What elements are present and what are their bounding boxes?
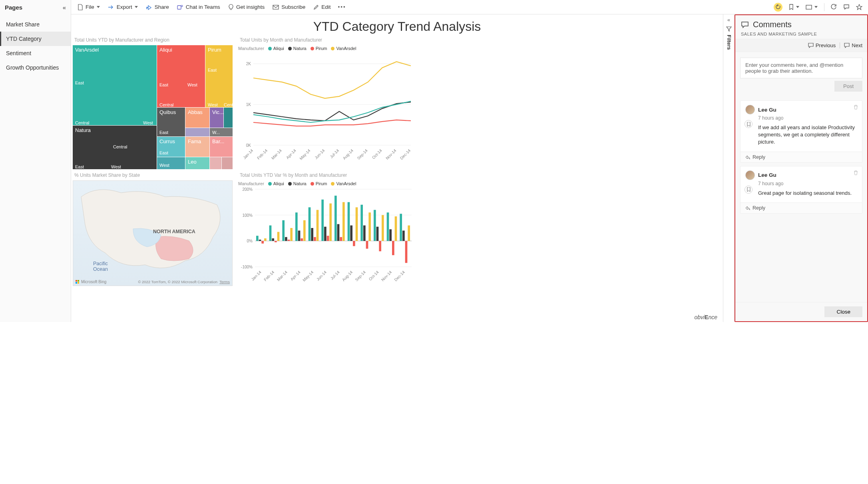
- svg-rect-88: [395, 216, 397, 241]
- treemap-cell[interactable]: QuibusEast: [157, 108, 185, 136]
- brand-label: obviEnce: [694, 314, 717, 320]
- file-menu[interactable]: File: [74, 2, 103, 12]
- treemap-cell[interactable]: Vic...: [210, 108, 223, 128]
- line-chart-visual[interactable]: Total Units by Month and Manufacturer Ma…: [238, 36, 418, 168]
- previous-comment-button[interactable]: Previous: [808, 42, 836, 48]
- reset-icon: [775, 4, 781, 10]
- page-tab-sentiment[interactable]: Sentiment: [0, 46, 71, 60]
- svg-rect-71: [350, 226, 352, 241]
- chat-label: Chat in Teams: [186, 4, 220, 10]
- svg-rect-45: [282, 220, 285, 241]
- reply-button[interactable]: Reply: [741, 202, 862, 213]
- legend-item-pirum[interactable]: Pirum: [311, 181, 327, 186]
- bookmark-menu[interactable]: [786, 2, 802, 12]
- map-terms-link[interactable]: Terms: [219, 280, 230, 284]
- legend-item-aliqui[interactable]: Aliqui: [268, 46, 284, 51]
- share-button[interactable]: Share: [143, 2, 172, 12]
- refresh-icon: [831, 4, 837, 10]
- svg-text:May-14: May-14: [302, 270, 315, 282]
- treemap-cell[interactable]: [185, 128, 209, 136]
- favorite-button[interactable]: [854, 2, 865, 12]
- expand-filters-icon: «: [727, 17, 730, 23]
- post-comment-button[interactable]: Post: [834, 81, 862, 92]
- reply-button[interactable]: Reply: [741, 152, 862, 162]
- reset-button[interactable]: [771, 1, 785, 13]
- treemap-cell[interactable]: Aliqui: [157, 45, 205, 107]
- delete-comment-button[interactable]: [854, 105, 858, 111]
- svg-rect-78: [368, 212, 371, 241]
- collapse-sidebar-icon[interactable]: «: [63, 4, 66, 11]
- treemap-cell[interactable]: Leo: [185, 157, 209, 169]
- filters-pane-collapsed[interactable]: « Filters: [723, 14, 735, 322]
- svg-rect-53: [303, 220, 306, 241]
- map-na-label: NORTH AMERICA: [153, 229, 195, 234]
- svg-text:Aug-14: Aug-14: [341, 270, 354, 282]
- bookmark-icon[interactable]: [745, 186, 753, 194]
- next-comment-button[interactable]: Next: [844, 42, 862, 48]
- legend-item-vanarsdel[interactable]: VanArsdel: [331, 46, 356, 51]
- treemap-cell[interactable]: Bar...: [210, 137, 233, 157]
- more-options-button[interactable]: •••: [335, 2, 348, 12]
- bookmark-icon[interactable]: [745, 120, 753, 128]
- filters-label: Filters: [726, 35, 732, 50]
- chat-teams-button[interactable]: Chat in Teams: [174, 2, 223, 12]
- page-tab-market-share[interactable]: Market Share: [0, 17, 71, 32]
- comments-heading: Comments: [753, 20, 792, 29]
- comments-panel: Comments SALES AND MARKETING SAMPLE Prev…: [735, 14, 868, 322]
- comment-time: 7 hours ago: [745, 114, 857, 121]
- comment-card: Lee Gu 7 hours ago If we add all years a…: [740, 100, 862, 163]
- treemap-cell[interactable]: Abbas: [185, 108, 209, 128]
- svg-rect-83: [382, 215, 384, 241]
- svg-text:2K: 2K: [246, 62, 251, 66]
- page-tab-ytd-category[interactable]: YTD Category: [0, 32, 71, 46]
- close-comments-button[interactable]: Close: [824, 306, 862, 317]
- treemap-region-label: East: [75, 80, 84, 85]
- treemap-cell[interactable]: VanArsdel: [73, 45, 157, 125]
- svg-rect-76: [363, 226, 366, 241]
- treemap-region-label: Central: [75, 120, 89, 125]
- svg-rect-87: [392, 241, 394, 255]
- svg-text:Apr-14: Apr-14: [290, 270, 301, 281]
- bar-chart-visual[interactable]: Total Units YTD Var % by Month and Manuf…: [238, 172, 418, 292]
- treemap-cell[interactable]: [224, 108, 233, 128]
- treemap-cell[interactable]: West: [157, 157, 185, 169]
- legend-item-natura[interactable]: Natura: [288, 181, 307, 186]
- legend-item-pirum[interactable]: Pirum: [311, 46, 327, 51]
- svg-rect-85: [387, 212, 389, 241]
- map-visual[interactable]: % Units Market Share by State NORTH AMER…: [73, 172, 233, 292]
- comment-input[interactable]: Enter your comments here, and @mention p…: [740, 58, 862, 78]
- insights-button[interactable]: Get insights: [225, 2, 268, 12]
- svg-text:Jul-14: Jul-14: [330, 270, 340, 280]
- treemap-region-label: West: [187, 82, 197, 87]
- treemap-cell[interactable]: [222, 157, 233, 169]
- treemap-cell[interactable]: CurrusEast: [157, 137, 185, 157]
- comments-toggle-button[interactable]: [841, 2, 852, 12]
- page-tab-growth-opportunities[interactable]: Growth Opportunities: [0, 60, 71, 75]
- legend-item-natura[interactable]: Natura: [288, 46, 307, 51]
- comment-icon: [843, 4, 850, 10]
- svg-text:-100%: -100%: [241, 265, 253, 269]
- subscribe-button[interactable]: Subscribe: [269, 2, 309, 12]
- svg-rect-46: [285, 237, 287, 241]
- treemap-cell[interactable]: [210, 157, 221, 169]
- svg-text:Mar-14: Mar-14: [276, 270, 288, 282]
- treemap-region-label: West: [111, 164, 121, 169]
- map-title: % Units Market Share by State: [73, 172, 233, 180]
- svg-text:200%: 200%: [242, 188, 253, 192]
- treemap-cell[interactable]: Pirum: [205, 45, 233, 107]
- treemap-cell[interactable]: Fama: [185, 137, 209, 157]
- export-menu[interactable]: Export: [105, 2, 141, 12]
- svg-rect-38: [264, 238, 267, 241]
- edit-button[interactable]: Edit: [310, 2, 334, 12]
- treemap-cell[interactable]: W...: [210, 128, 233, 136]
- view-menu[interactable]: [803, 3, 820, 11]
- refresh-button[interactable]: [828, 2, 839, 12]
- svg-rect-82: [379, 241, 381, 251]
- treemap-visual[interactable]: Total Units YTD by Manufacturer and Regi…: [73, 36, 233, 168]
- svg-rect-67: [340, 237, 342, 241]
- delete-comment-button[interactable]: [854, 170, 858, 176]
- svg-rect-47: [288, 240, 290, 241]
- legend-item-vanarsdel[interactable]: VanArsdel: [331, 181, 356, 186]
- legend-item-aliqui[interactable]: Aliqui: [268, 181, 284, 186]
- svg-text:Nov-14: Nov-14: [385, 148, 397, 160]
